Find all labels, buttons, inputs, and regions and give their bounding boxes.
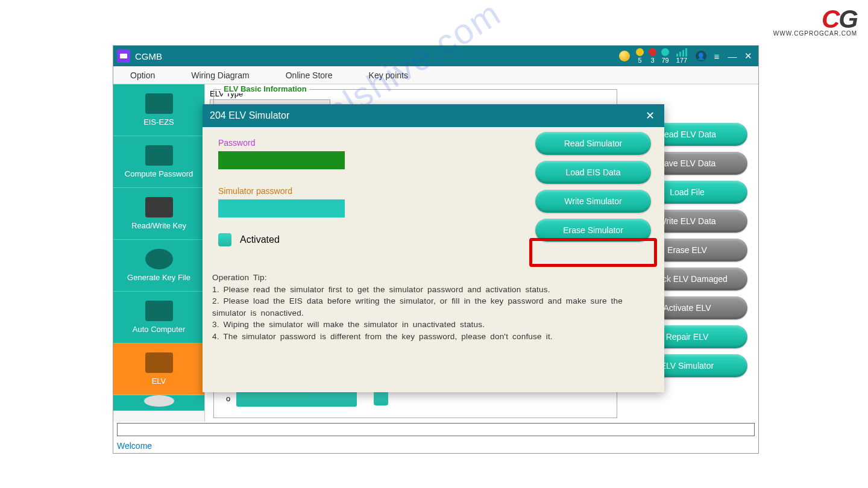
medal-icon (619, 51, 630, 61)
sidebar: EIS-EZS Compute Password Read/Write Key … (113, 84, 205, 422)
dialog-titlebar: 204 ELV Simulator ✕ (203, 104, 664, 127)
elv-basic-label: ELV Basic Information (221, 84, 309, 93)
minimize-icon[interactable]: — (726, 49, 739, 63)
key-icon (145, 197, 173, 217)
write-simulator-button[interactable]: Write Simulator (535, 190, 651, 213)
number-checkbox[interactable] (374, 391, 388, 405)
menu-store[interactable]: Online Store (286, 70, 333, 80)
app-title: CGMB (135, 51, 162, 61)
status-text: Welcome (117, 441, 152, 451)
disc-icon (145, 249, 173, 269)
stat-teal: 79 (661, 48, 669, 64)
sidebar-item-auto-computer[interactable]: Auto Computer (113, 292, 204, 343)
sidebar-item-read-write-key[interactable]: Read/Write Key (113, 188, 204, 240)
close-icon[interactable]: ✕ (741, 49, 755, 63)
read-simulator-button[interactable]: Read Simulator (535, 132, 651, 155)
gauge-icon (144, 395, 174, 407)
activated-label: Activated (240, 234, 280, 245)
keyboard-icon (145, 145, 173, 166)
sidebar-item-compute-password[interactable]: Compute Password (113, 136, 204, 188)
menu-wiring[interactable]: Wiring Diagram (191, 70, 249, 80)
user-icon[interactable]: 👤 (694, 49, 708, 63)
app-icon (117, 49, 130, 63)
menu-icon[interactable]: ≡ (710, 49, 723, 63)
number-field[interactable] (236, 390, 357, 407)
sidebar-item-elv[interactable]: ELV (113, 343, 204, 395)
menu-option[interactable]: Option (130, 70, 155, 80)
sidebar-item-eis[interactable]: EIS-EZS (113, 84, 204, 136)
stat-count: 177 (674, 48, 690, 64)
menu-keypoints[interactable]: Key points (369, 70, 408, 80)
erase-simulator-button[interactable]: Erase Simulator (535, 219, 651, 242)
dialog-title: 204 ELV Simulator (210, 110, 289, 121)
menubar: Option Wiring Diagram Online Store Key p… (113, 66, 758, 84)
elv-icon (145, 352, 173, 373)
eis-icon (145, 93, 173, 114)
load-eis-data-button[interactable]: Load EIS Data (535, 161, 651, 184)
brand-logo: CG WWW.CGPROGCAR.COM (773, 5, 857, 37)
operation-tips: Operation Tip: 1. Please read the simula… (211, 269, 656, 386)
stat-gold: 5 (636, 48, 644, 64)
password-field[interactable] (218, 151, 345, 169)
sidebar-item-more[interactable] (113, 395, 204, 411)
activated-checkbox[interactable] (218, 233, 231, 246)
simulator-password-field[interactable] (218, 199, 345, 217)
simulator-dialog: 204 ELV Simulator ✕ Password Simulator p… (203, 104, 664, 392)
stat-red: 3 (649, 48, 656, 64)
statusbar (117, 423, 755, 436)
titlebar: CGMB 5 3 79 177 👤 ≡ — ✕ (113, 46, 758, 66)
ecu-icon (145, 301, 173, 321)
dialog-close-icon[interactable]: ✕ (643, 109, 657, 122)
sidebar-item-generate-key-file[interactable]: Generate Key File (113, 240, 204, 292)
